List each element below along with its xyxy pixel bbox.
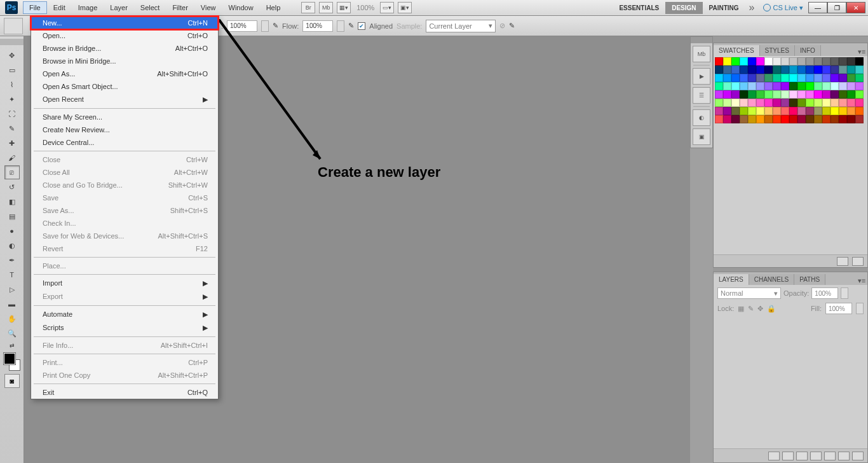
- file-menu-item[interactable]: CloseCtrl+W: [31, 153, 218, 166]
- swatch[interactable]: [855, 66, 864, 74]
- menu-edit[interactable]: Edit: [47, 1, 72, 14]
- swatch[interactable]: [773, 115, 781, 123]
- swatch[interactable]: [731, 57, 740, 66]
- swatch[interactable]: [806, 74, 814, 82]
- lock-transparency-icon[interactable]: ▦: [738, 305, 744, 313]
- eyedropper-tool[interactable]: ✎: [4, 121, 20, 135]
- swatch[interactable]: [781, 74, 789, 82]
- file-menu-item[interactable]: Browse in Mini Bridge...: [31, 55, 218, 67]
- swatch[interactable]: [773, 107, 781, 115]
- cslive-button[interactable]: CS Live▾: [758, 4, 808, 12]
- swatch[interactable]: [806, 57, 814, 66]
- menu-file[interactable]: File: [23, 1, 47, 14]
- swatch[interactable]: [831, 66, 839, 74]
- file-menu-item[interactable]: Device Central...: [31, 136, 218, 149]
- layer-group-button[interactable]: [824, 452, 836, 460]
- tab-styles[interactable]: STYLES: [760, 45, 795, 56]
- swatch[interactable]: [822, 66, 831, 74]
- marquee-tool[interactable]: ▭: [4, 63, 20, 77]
- quickselect-tool[interactable]: ✦: [4, 92, 20, 106]
- swatch[interactable]: [748, 66, 756, 74]
- file-menu-item[interactable]: Print One CopyAlt+Shift+Ctrl+P: [31, 369, 218, 382]
- swatch[interactable]: [839, 115, 847, 123]
- swap-colors-icon[interactable]: ⇄: [4, 341, 20, 350]
- tablet-opacity-icon[interactable]: ✎: [273, 22, 278, 30]
- file-menu-item[interactable]: Open As...Alt+Shift+Ctrl+O: [31, 67, 218, 80]
- swatch[interactable]: [814, 107, 822, 115]
- swatch[interactable]: [855, 90, 864, 99]
- link-layers-button[interactable]: [768, 452, 780, 460]
- file-menu-item[interactable]: Browse in Bridge...Alt+Ctrl+O: [31, 42, 218, 55]
- healing-tool[interactable]: ✚: [4, 136, 20, 150]
- swatch[interactable]: [748, 82, 756, 90]
- swatch[interactable]: [773, 74, 781, 82]
- swatch[interactable]: [773, 57, 781, 66]
- swatch[interactable]: [773, 66, 781, 74]
- swatch[interactable]: [748, 99, 756, 107]
- layer-opacity-slider[interactable]: [841, 287, 848, 299]
- window-close[interactable]: ✕: [846, 2, 865, 13]
- file-menu-item[interactable]: Share My Screen...: [31, 111, 218, 123]
- swatch[interactable]: [797, 90, 806, 99]
- type-tool[interactable]: T: [4, 268, 20, 282]
- swatch[interactable]: [756, 107, 764, 115]
- swatch[interactable]: [764, 82, 773, 90]
- actions-panel-icon[interactable]: ☰: [693, 87, 710, 104]
- swatch[interactable]: [839, 57, 847, 66]
- swatch[interactable]: [781, 99, 789, 107]
- swatch[interactable]: [764, 90, 773, 99]
- swatch[interactable]: [831, 82, 839, 90]
- swatch[interactable]: [731, 99, 740, 107]
- opacity-slider[interactable]: [261, 20, 269, 32]
- arrange-icon[interactable]: ▭▾: [380, 2, 394, 13]
- swatch[interactable]: [814, 57, 822, 66]
- zoom-level[interactable]: 100%: [356, 4, 374, 11]
- file-menu-item[interactable]: Export▶: [31, 290, 218, 303]
- swatch[interactable]: [731, 66, 740, 74]
- swatch[interactable]: [814, 99, 822, 107]
- bridge-icon[interactable]: Br: [301, 2, 315, 13]
- swatch[interactable]: [723, 74, 731, 82]
- swatch[interactable]: [731, 115, 740, 123]
- swatch[interactable]: [781, 90, 789, 99]
- swatch[interactable]: [715, 66, 723, 74]
- swatch[interactable]: [773, 82, 781, 90]
- swatch[interactable]: [748, 90, 756, 99]
- swatch[interactable]: [822, 74, 831, 82]
- swatch[interactable]: [748, 115, 756, 123]
- swatch[interactable]: [764, 74, 773, 82]
- swatch[interactable]: [723, 115, 731, 123]
- adjustments-panel-icon[interactable]: ◐: [693, 109, 710, 126]
- file-menu-item[interactable]: Create New Review...: [31, 123, 218, 136]
- swatch[interactable]: [731, 82, 740, 90]
- swatch[interactable]: [723, 82, 731, 90]
- swatch[interactable]: [831, 74, 839, 82]
- swatch[interactable]: [855, 82, 864, 90]
- sample-select[interactable]: Current Layer▾: [426, 20, 496, 32]
- new-layer-button[interactable]: [838, 452, 850, 460]
- swatch[interactable]: [789, 115, 797, 123]
- swatch[interactable]: [789, 90, 797, 99]
- workspace-painting[interactable]: PAINTING: [703, 2, 745, 14]
- swatch[interactable]: [847, 57, 855, 66]
- swatch[interactable]: [847, 90, 855, 99]
- swatch[interactable]: [814, 82, 822, 90]
- hand-tool[interactable]: ✋: [4, 312, 20, 326]
- swatch[interactable]: [847, 115, 855, 123]
- swatch[interactable]: [814, 66, 822, 74]
- panel-grip[interactable]: [713, 36, 868, 43]
- gradient-tool[interactable]: ▤: [4, 209, 20, 223]
- swatch[interactable]: [797, 74, 806, 82]
- move-tool[interactable]: ✥: [4, 48, 20, 62]
- swatch[interactable]: [806, 107, 814, 115]
- menu-view[interactable]: View: [194, 1, 222, 14]
- airbrush-icon[interactable]: ✎: [348, 22, 354, 30]
- file-menu-item[interactable]: New...Ctrl+N: [31, 17, 218, 29]
- tab-layers[interactable]: LAYERS: [714, 274, 749, 285]
- swatch[interactable]: [847, 82, 855, 90]
- swatch[interactable]: [740, 57, 748, 66]
- layers-list[interactable]: [714, 315, 867, 448]
- swatch[interactable]: [797, 82, 806, 90]
- path-tool[interactable]: ▷: [4, 282, 20, 296]
- aligned-checkbox[interactable]: ✔: [358, 22, 365, 30]
